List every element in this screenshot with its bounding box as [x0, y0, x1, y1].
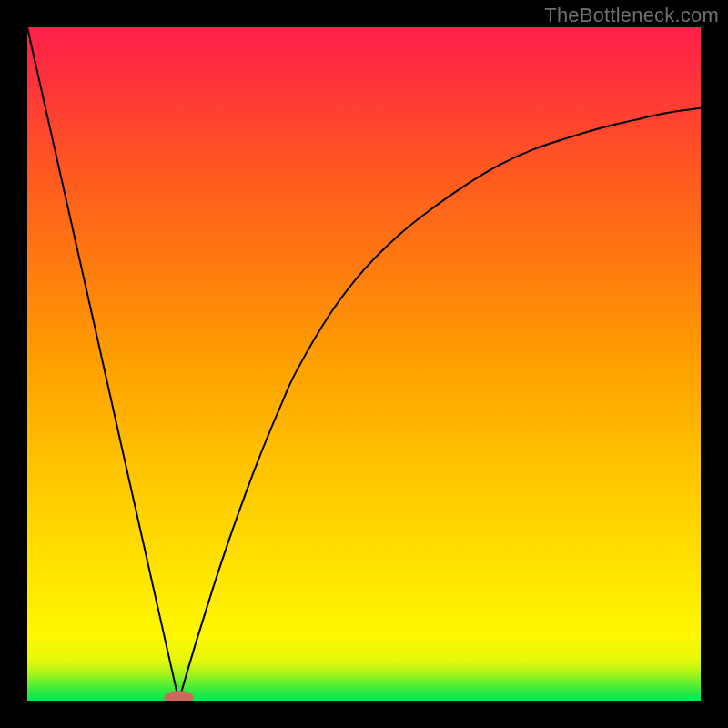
chart-svg	[27, 27, 701, 701]
chart-frame: TheBottleneck.com	[0, 0, 728, 728]
plot-area	[27, 27, 701, 701]
watermark-text: TheBottleneck.com	[544, 4, 719, 27]
